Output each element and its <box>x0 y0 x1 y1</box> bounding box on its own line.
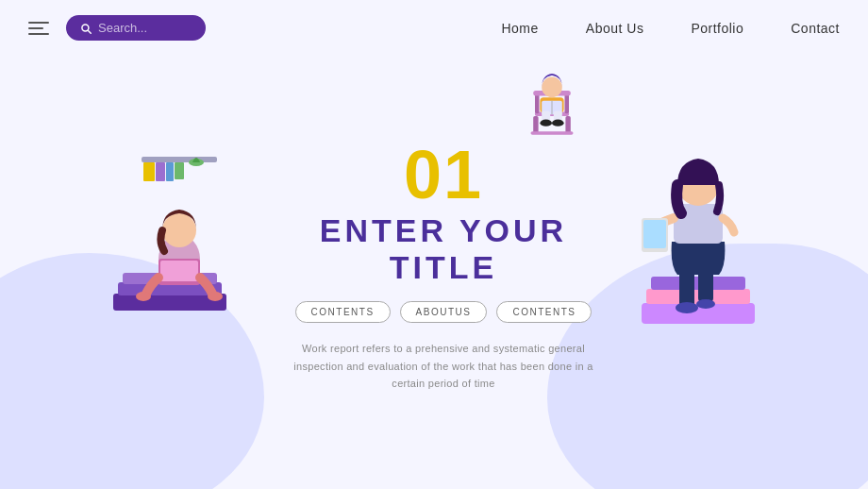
svg-point-13 <box>136 292 151 301</box>
search-bar[interactable] <box>66 15 206 41</box>
illus-left <box>94 147 264 340</box>
btn-contents-1[interactable]: CONTENTS <box>295 301 391 323</box>
top-reading-girl <box>509 65 594 142</box>
hero-number: 01 <box>283 141 604 209</box>
hamburger-menu[interactable] <box>28 22 49 35</box>
search-input[interactable] <box>98 21 192 35</box>
svg-point-14 <box>208 292 223 301</box>
svg-rect-18 <box>531 131 574 135</box>
nav-portfolio[interactable]: Portfolio <box>691 21 743 36</box>
search-icon <box>79 22 92 35</box>
svg-rect-0 <box>142 157 217 162</box>
center-content: 01 ENTER YOUR TITLE CONTENTS ABOUTUS CON… <box>264 75 623 393</box>
navbar: Home About Us Portfolio Contact <box>0 0 868 56</box>
svg-rect-2 <box>156 162 165 181</box>
nav-home[interactable]: Home <box>501 21 538 36</box>
main-content: 01 ENTER YOUR TITLE CONTENTS ABOUTUS CON… <box>0 65 868 402</box>
svg-rect-3 <box>166 162 174 181</box>
svg-rect-4 <box>175 162 184 179</box>
btn-contents-2[interactable]: CONTENTS <box>496 301 592 323</box>
hero-description: Work report refers to a prehensive and s… <box>283 340 604 393</box>
nav-about[interactable]: About Us <box>586 21 644 36</box>
nav-links: Home About Us Portfolio Contact <box>501 20 840 37</box>
svg-rect-12 <box>160 261 198 281</box>
svg-rect-39 <box>643 220 666 248</box>
hero-title: ENTER YOUR TITLE <box>283 212 604 286</box>
hero-buttons: CONTENTS ABOUTUS CONTENTS <box>283 301 604 323</box>
svg-point-29 <box>552 120 564 126</box>
svg-rect-1 <box>143 162 155 181</box>
svg-rect-17 <box>565 116 570 133</box>
nav-contact[interactable]: Contact <box>791 21 840 36</box>
btn-aboutus[interactable]: ABOUTUS <box>400 301 488 323</box>
svg-point-23 <box>542 77 562 98</box>
svg-point-28 <box>540 120 552 126</box>
svg-point-36 <box>696 299 715 309</box>
illus-right <box>623 128 774 349</box>
svg-rect-16 <box>533 116 538 133</box>
svg-point-10 <box>162 213 196 247</box>
svg-point-35 <box>676 302 698 313</box>
